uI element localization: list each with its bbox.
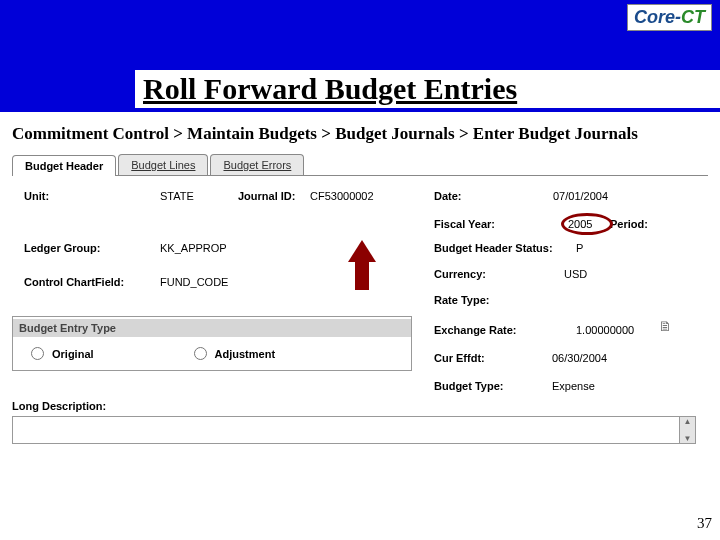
page-title: Roll Forward Budget Entries (135, 70, 720, 108)
tab-budget-header[interactable]: Budget Header (12, 155, 116, 176)
cur-effdt-label: Cur Effdt: (434, 352, 485, 364)
exchange-rate-label: Exchange Rate: (434, 324, 517, 336)
group-title: Budget Entry Type (13, 319, 411, 337)
radio-original[interactable]: Original (31, 347, 94, 360)
arrow-up-icon (348, 240, 376, 290)
date-label: Date: (434, 190, 462, 202)
page-number: 37 (697, 515, 712, 532)
control-cf-value: FUND_CODE (160, 276, 228, 288)
long-description-field[interactable]: ▲▼ (12, 416, 696, 444)
form-area: Unit: STATE Journal ID: CF53000002 Date:… (0, 176, 720, 196)
radio-adjustment-label: Adjustment (215, 348, 276, 360)
date-value: 07/01/2004 (553, 190, 608, 202)
control-cf-label: Control ChartField: (24, 276, 124, 288)
period-label: Period: (610, 218, 648, 230)
logo: Core-CT (627, 4, 712, 31)
radio-original-input[interactable] (31, 347, 44, 360)
ledger-group-value: KK_APPROP (160, 242, 227, 254)
currency-value: USD (564, 268, 587, 280)
rate-type-label: Rate Type: (434, 294, 489, 306)
header-bar: Core-CT Roll Forward Budget Entries (0, 0, 720, 112)
budget-type-value: Expense (552, 380, 595, 392)
scrollbar[interactable]: ▲▼ (679, 417, 695, 443)
unit-value: STATE (160, 190, 194, 202)
highlight-circle-icon (561, 213, 613, 235)
header-status-value: P (576, 242, 583, 254)
budget-type-label: Budget Type: (434, 380, 503, 392)
cur-effdt-value: 06/30/2004 (552, 352, 607, 364)
logo-part2: CT (681, 7, 705, 27)
journal-id-value: CF53000002 (310, 190, 374, 202)
header-status-label: Budget Header Status: (434, 242, 553, 254)
journal-id-label: Journal ID: (238, 190, 295, 202)
budget-entry-type-group: Budget Entry Type Original Adjustment (12, 316, 412, 371)
logo-part1: Core- (634, 7, 681, 27)
breadcrumb: Commitment Control > Maintain Budgets > … (0, 112, 720, 154)
tab-budget-lines[interactable]: Budget Lines (118, 154, 208, 175)
radio-adjustment-input[interactable] (194, 347, 207, 360)
unit-label: Unit: (24, 190, 49, 202)
long-description-label: Long Description: (12, 400, 106, 412)
fiscal-year-label: Fiscal Year: (434, 218, 495, 230)
tab-bar: Budget Header Budget Lines Budget Errors (12, 154, 708, 176)
exchange-rate-value: 1.00000000 (576, 324, 634, 336)
ledger-group-label: Ledger Group: (24, 242, 100, 254)
radio-adjustment[interactable]: Adjustment (194, 347, 276, 360)
document-icon[interactable]: 🗎 (658, 318, 672, 334)
tab-budget-errors[interactable]: Budget Errors (210, 154, 304, 175)
radio-original-label: Original (52, 348, 94, 360)
currency-label: Currency: (434, 268, 486, 280)
